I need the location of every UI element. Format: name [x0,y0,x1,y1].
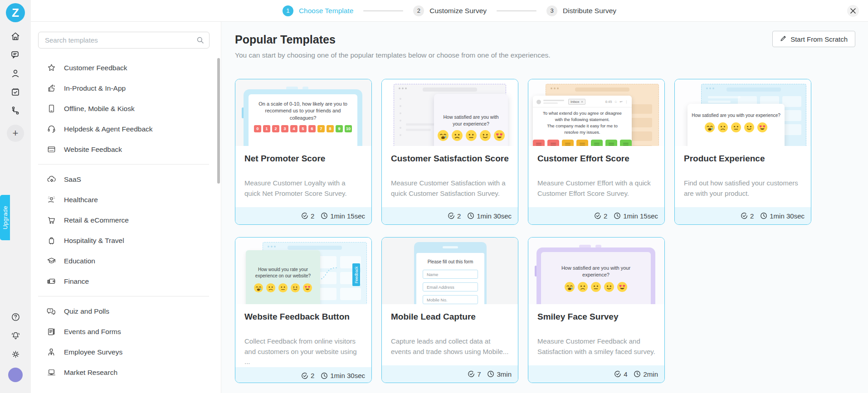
sidebar-item-label: SaaS [64,175,81,184]
emoji-sad-icon [717,122,728,133]
sidebar-item-label: Retail & eCommerce [64,216,129,224]
template-card-website-feedback-button[interactable]: How would you rate your experience on ou… [235,237,372,383]
healthcare-icon [44,194,58,205]
template-card-net-promoter-score[interactable]: On a scale of 0-10, how likely are you t… [235,79,372,225]
inbox-chip: Inbox [568,99,585,105]
template-card-description: Measure Customer Feedback and Satisfacti… [537,336,655,357]
rail-settings-button[interactable] [5,345,25,364]
rail-nav-home[interactable] [5,28,25,46]
star-icon: ☆ [614,100,617,104]
sidebar-item-employee-surveys[interactable]: Employee Surveys [38,342,209,362]
sidebar-item-offline-mobile-kiosk[interactable]: Offline, Mobile & Kiosk [38,98,209,119]
sidebar-item-finance[interactable]: Finance [38,271,209,291]
sidebar-scrollbar[interactable] [217,58,220,184]
sidebar-item-education[interactable]: Education [38,251,209,271]
sidebar-item-hospitality-travel[interactable]: Hospitality & Travel [38,230,209,251]
kiosk-icon [44,103,58,114]
clock-icon [614,212,621,219]
sidebar-item-website-feedback[interactable]: wwwWebsite Feedback [38,139,209,160]
clock-icon [321,372,328,379]
sidebar-item-quiz-and-polls[interactable]: ?Quiz and Polls [38,301,209,321]
check-circle-icon [301,372,308,379]
finance-icon [44,276,58,286]
quiz-icon: ? [44,306,58,316]
sidebar-item-events-and-forms[interactable]: Events and Forms [38,321,209,342]
template-card-customer-effort-score[interactable]: Inbox6:45☆↩⋮To what extend do you agree … [528,79,665,225]
notifications-icon [10,330,21,342]
rail-nav-conversations[interactable] [5,46,25,65]
sidebar-item-label: Education [64,257,95,265]
duration: 2min [643,370,658,378]
template-card-stats: 21min 15sec [528,207,664,224]
ces-option [533,140,545,146]
sidebar: Customer FeedbackIn-Product & In-AppOffl… [31,22,221,393]
step-distribute-survey[interactable]: 3Distribute Survey [546,5,616,16]
ces-scale [533,140,632,146]
template-card-title: Website Feedback Button [244,311,362,334]
star-icon [44,63,58,73]
sidebar-divider [38,296,209,296]
search-icon [196,36,204,46]
search-input[interactable] [38,32,210,49]
emoji-row [246,283,320,293]
check-circle-icon [594,212,601,219]
svg-text:?: ? [49,309,51,312]
step-label: Distribute Survey [563,7,616,15]
template-card-mobile-lead-capture[interactable]: Please fill out this formNameEmail Addre… [381,237,518,383]
nps-chip: 3 [281,125,288,132]
start-from-scratch-button[interactable]: Start From Scratch [772,31,855,47]
sidebar-item-market-research[interactable]: Market Research [38,362,209,383]
step-choose-template[interactable]: 1Choose Template [283,5,353,16]
close-tab-icon [581,101,583,103]
template-card-product-experience[interactable]: How satisfied are you with your experien… [674,79,811,225]
settings-icon [10,349,21,361]
sidebar-item-saas[interactable]: SaaS [38,169,209,189]
template-card-customer-satisfaction-score[interactable]: How satisfied are you with your experien… [381,79,518,225]
inapp-icon [44,83,58,93]
upgrade-tab[interactable]: Upgrade [0,195,10,240]
sidebar-item-retail-ecommerce[interactable]: Retail & eCommerce [38,210,209,230]
sidebar-item-in-product-in-app[interactable]: In-Product & In-App [38,78,209,98]
survey-question-line: with the following statement. [533,116,632,123]
sidebar-item-helpdesk-agent-feedback[interactable]: Helpdesk & Agent Feedback [38,119,209,139]
duration: 1min 30sec [477,212,512,220]
survey-question-line: To what extend do you agree or disagree [533,110,632,116]
emoji-neutral-icon [590,281,601,292]
step-connector [497,10,536,11]
step-number-badge: 1 [283,5,293,16]
template-card-title: Customer Effort Score [537,153,655,175]
app-logo[interactable]: Z [6,3,25,22]
rail-nav-workflow[interactable] [5,102,25,121]
sidebar-item-customer-feedback[interactable]: Customer Feedback [38,58,209,78]
tablet-mockup: On a scale of 0-10, how likely are you t… [244,89,362,146]
check-circle-icon [301,212,308,219]
avatar[interactable] [8,368,23,382]
rail-nav-responses[interactable] [5,83,25,102]
template-preview: How would you rate your experience on ou… [235,238,371,304]
emoji-crying-icon [564,281,575,292]
tablet-mockup: How satisfied are you with your experien… [536,247,655,304]
app-root: Z + Upgrade 1Choose Template2Customize S… [0,0,868,393]
form-field: Email Address [423,282,478,291]
sidebar-item-healthcare[interactable]: Healthcare [38,189,209,210]
ces-option [576,140,588,146]
template-grid: On a scale of 0-10, how likely are you t… [235,79,868,383]
emoji-love-icon [757,122,768,133]
survey-question: How satisfied are you with your experien… [440,114,502,127]
duration: 1min 30sec [330,372,365,379]
clock-icon [487,370,494,378]
sidebar-item-label: Offline, Mobile & Kiosk [64,105,135,113]
sidebar-item-label: Events and Forms [64,328,121,336]
template-preview: Inbox6:45☆↩⋮To what extend do you agree … [528,79,664,146]
template-card-description: Collect Feedback from online visitors an… [244,336,362,367]
rail-help-button[interactable] [5,308,25,327]
ces-option [605,140,617,146]
clock-icon [321,212,328,219]
add-button[interactable]: + [7,125,24,142]
rail-nav-contacts[interactable] [5,65,25,83]
template-card-smiley-face-survey[interactable]: How satisfied are you with your experien… [528,237,665,383]
rail-notifications-button[interactable] [5,327,25,345]
close-icon[interactable] [847,5,859,17]
form-field: Name [423,270,478,279]
step-customize-survey[interactable]: 2Customize Survey [413,5,487,16]
